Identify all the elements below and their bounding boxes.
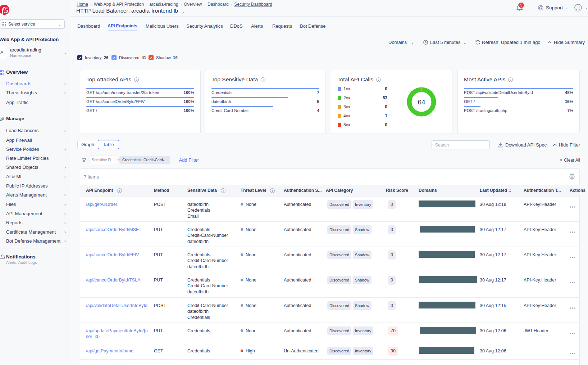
svg-text:f5: f5 (1, 6, 8, 15)
svg-text:64: 64 (418, 98, 425, 106)
